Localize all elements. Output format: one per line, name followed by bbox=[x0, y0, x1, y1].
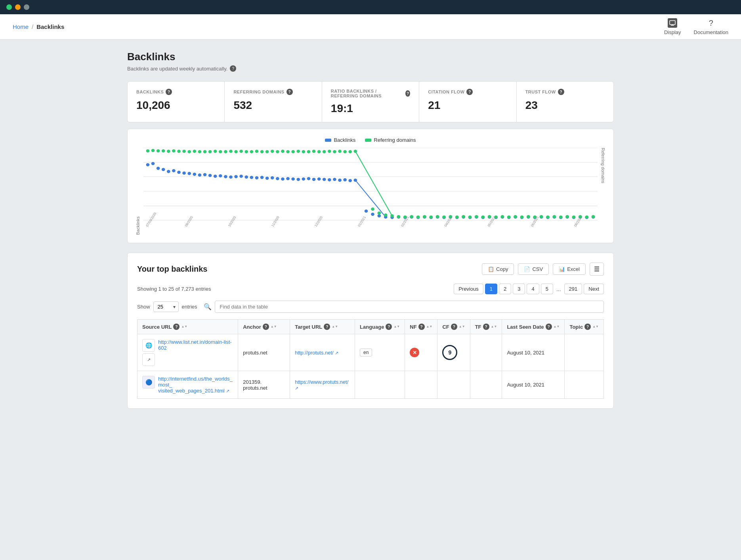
target-url-help-icon[interactable]: ? bbox=[324, 324, 330, 330]
chart-svg: 0 20000 40000 80000 120000 140000 0 500 … bbox=[143, 148, 598, 235]
backlinks-help-icon[interactable]: ? bbox=[166, 89, 172, 95]
tf-sort[interactable]: ▲▼ bbox=[491, 325, 497, 328]
legend-referring-domains-color bbox=[365, 139, 371, 142]
window-maximize-dot[interactable] bbox=[24, 4, 29, 10]
anchor-help-icon[interactable]: ? bbox=[263, 324, 269, 330]
svg-point-175 bbox=[585, 215, 588, 219]
svg-point-111 bbox=[198, 150, 202, 153]
window-minimize-dot[interactable] bbox=[15, 4, 21, 10]
last-seen-sort[interactable]: ▲▼ bbox=[554, 325, 560, 328]
copy-button[interactable]: 📋 Copy bbox=[482, 263, 514, 275]
source-url-link-2[interactable]: http://internetfind.us/the_worlds_most_v… bbox=[158, 376, 233, 394]
stat-citation-flow-label: CITATION FLOW ? bbox=[428, 89, 507, 95]
cf-sort[interactable]: ▲▼ bbox=[459, 325, 465, 328]
chart-legend: Backlinks Referring domains bbox=[136, 137, 605, 143]
cell-cf-2 bbox=[437, 371, 470, 399]
page-title: Backlinks bbox=[127, 51, 614, 63]
svg-point-170 bbox=[552, 215, 556, 218]
source-url-link-1[interactable]: http://www.list.net.in/domain-list-602 bbox=[158, 339, 233, 351]
pagination-page-5[interactable]: 5 bbox=[541, 284, 553, 294]
svg-point-103 bbox=[157, 149, 160, 152]
documentation-button[interactable]: ? Documentation bbox=[694, 18, 728, 35]
svg-point-28 bbox=[167, 170, 170, 173]
svg-text:11/2020: 11/2020 bbox=[270, 215, 280, 227]
svg-point-43 bbox=[244, 175, 248, 179]
source-url-help-icon[interactable]: ? bbox=[173, 324, 180, 330]
svg-point-125 bbox=[271, 150, 274, 153]
display-button[interactable]: Display bbox=[664, 18, 681, 35]
target-url-sort[interactable]: ▲▼ bbox=[332, 325, 338, 328]
language-badge-1: en bbox=[360, 349, 372, 356]
ratio-help-icon[interactable]: ? bbox=[405, 90, 410, 97]
pagination-page-3[interactable]: 3 bbox=[513, 284, 525, 294]
cell-last-seen-2: August 10, 2021 bbox=[502, 371, 565, 399]
topic-sort[interactable]: ▲▼ bbox=[592, 325, 599, 328]
pagination-page-2[interactable]: 2 bbox=[499, 284, 511, 294]
svg-point-155 bbox=[455, 215, 459, 219]
subtitle-help-icon[interactable]: ? bbox=[230, 65, 236, 72]
referring-domains-help-icon[interactable]: ? bbox=[286, 89, 293, 95]
pagination-previous[interactable]: Previous bbox=[454, 284, 483, 294]
svg-point-27 bbox=[162, 168, 165, 171]
svg-point-119 bbox=[239, 150, 243, 153]
main-content: Backlinks Backlinks are updated weekly a… bbox=[113, 40, 628, 420]
svg-point-159 bbox=[481, 215, 485, 219]
source-url-sort[interactable]: ▲▼ bbox=[181, 325, 187, 328]
svg-point-57 bbox=[317, 177, 321, 181]
topic-help-icon[interactable]: ? bbox=[584, 324, 591, 330]
svg-point-44 bbox=[250, 176, 253, 179]
target-url-link-2[interactable]: https://www.protuts.net/ ↗ bbox=[295, 379, 348, 391]
table-controls-top: Showing 1 to 25 of 7,273 entries Previou… bbox=[137, 284, 604, 294]
svg-point-136 bbox=[328, 150, 331, 153]
svg-point-49 bbox=[276, 177, 279, 180]
window-close-dot[interactable] bbox=[6, 4, 12, 10]
table-menu-button[interactable]: ☰ bbox=[590, 263, 604, 276]
stat-trust-flow: TRUST FLOW ? 23 bbox=[517, 82, 613, 122]
y-axis-left-label: Backlinks bbox=[136, 148, 140, 235]
svg-point-61 bbox=[338, 179, 342, 182]
svg-point-55 bbox=[307, 177, 311, 180]
stat-ratio-value: 19:1 bbox=[331, 102, 410, 115]
target-url-link-1[interactable]: http://protuts.net/ ↗ bbox=[295, 350, 338, 356]
pagination-page-1[interactable]: 1 bbox=[485, 284, 497, 294]
language-help-icon[interactable]: ? bbox=[386, 324, 392, 330]
table-filters: Show 25 50 100 entries 🔍 bbox=[137, 301, 604, 313]
display-label: Display bbox=[664, 29, 681, 35]
breadcrumb: Home / Backlinks bbox=[13, 23, 64, 30]
svg-point-113 bbox=[208, 150, 212, 153]
anchor-sort[interactable]: ▲▼ bbox=[271, 325, 277, 328]
source-url-favicon-2: 🔵 bbox=[142, 376, 155, 389]
svg-point-67 bbox=[377, 214, 381, 217]
show-entries-select[interactable]: 25 50 100 bbox=[153, 301, 179, 312]
breadcrumb-home[interactable]: Home bbox=[13, 23, 29, 30]
cf-help-icon[interactable]: ? bbox=[451, 324, 457, 330]
svg-text:01/2021: 01/2021 bbox=[357, 215, 367, 227]
pagination-page-4[interactable]: 4 bbox=[527, 284, 539, 294]
pagination-last-page[interactable]: 291 bbox=[564, 284, 582, 294]
pagination-next[interactable]: Next bbox=[584, 284, 604, 294]
stat-referring-domains-value: 532 bbox=[233, 99, 313, 112]
nf-sort[interactable]: ▲▼ bbox=[426, 325, 433, 328]
svg-point-40 bbox=[229, 175, 233, 179]
pagination: Previous 1 2 3 4 5 ... 291 Next bbox=[454, 284, 604, 294]
svg-point-116 bbox=[224, 150, 227, 153]
svg-point-142 bbox=[371, 208, 374, 211]
entries-label: entries bbox=[182, 304, 197, 310]
csv-button[interactable]: 📄 CSV bbox=[518, 263, 549, 275]
svg-point-148 bbox=[410, 215, 413, 218]
legend-referring-domains-label: Referring domains bbox=[374, 137, 416, 143]
legend-referring-domains: Referring domains bbox=[365, 137, 416, 143]
trust-flow-help-icon[interactable]: ? bbox=[558, 89, 564, 95]
excel-button[interactable]: 📊 Excel bbox=[553, 263, 586, 275]
svg-point-107 bbox=[177, 150, 181, 153]
citation-flow-help-icon[interactable]: ? bbox=[466, 89, 473, 95]
show-select-wrapper[interactable]: 25 50 100 bbox=[153, 301, 179, 312]
col-target-url: Target URL ? ▲▼ bbox=[290, 320, 355, 334]
tf-help-icon[interactable]: ? bbox=[483, 324, 489, 330]
table-row: 🔵 http://internetfind.us/the_worlds_most… bbox=[138, 371, 604, 399]
svg-point-52 bbox=[291, 177, 295, 181]
nf-help-icon[interactable]: ? bbox=[418, 324, 425, 330]
language-sort[interactable]: ▲▼ bbox=[393, 325, 400, 328]
search-input[interactable] bbox=[215, 301, 604, 313]
last-seen-help-icon[interactable]: ? bbox=[546, 324, 552, 330]
